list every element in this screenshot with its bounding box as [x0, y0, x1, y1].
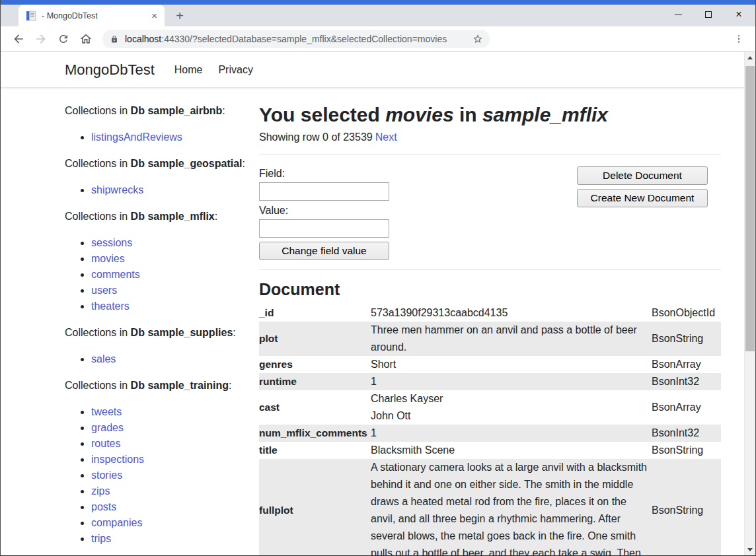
bookmark-star-icon[interactable] — [472, 34, 483, 44]
close-button[interactable]: × — [724, 5, 754, 24]
nav-home-link[interactable]: Home — [174, 64, 203, 76]
brand-link[interactable]: MongoDbTest — [65, 61, 155, 79]
field-type-cell: BsonString — [652, 322, 721, 356]
page-scrollbar[interactable] — [744, 52, 755, 555]
home-button[interactable] — [76, 29, 96, 49]
collection-item: zips — [91, 483, 259, 499]
collection-item: shipwrecks — [91, 182, 259, 198]
collection-group-heading: Collections in Db sample_airbnb: — [65, 103, 259, 119]
document-row: _id 573a1390f29313caabcd4135 BsonObjectI… — [259, 304, 721, 322]
field-input[interactable] — [259, 182, 389, 201]
maximize-icon — [705, 11, 712, 18]
collection-link[interactable]: companies — [91, 517, 142, 528]
field-type-cell: BsonObjectId — [652, 304, 721, 322]
collection-item: inspections — [91, 452, 259, 468]
value-label: Value: — [259, 204, 418, 217]
collection-item: trips — [91, 531, 259, 547]
collection-item: sessions — [91, 235, 259, 251]
browser-toolbar: localhost:44330/?selectedDatabase=sample… — [1, 26, 755, 52]
field-value-cell: A stationary camera looks at a large anv… — [371, 459, 652, 555]
collection-link[interactable]: shipwrecks — [91, 184, 143, 195]
change-field-value-button[interactable]: Change field value — [259, 242, 389, 260]
field-type-cell: BsonInt32 — [652, 425, 721, 442]
collection-link[interactable]: theaters — [91, 300, 130, 312]
back-button[interactable] — [9, 29, 28, 49]
collection-link[interactable]: comments — [91, 269, 140, 280]
collection-link[interactable]: trips — [91, 533, 111, 544]
field-value-cell: 1 — [371, 373, 652, 390]
content-area: Collections in Db sample_airbnb: listing… — [1, 88, 744, 555]
browser-tab[interactable]: - MongoDbTest × — [19, 5, 165, 26]
field-name-cell: title — [259, 442, 371, 459]
collection-list: sessionsmoviescommentsuserstheaters — [65, 235, 259, 314]
field-name-cell: plot — [259, 322, 371, 356]
collection-link[interactable]: zips — [91, 485, 110, 497]
collection-link[interactable]: inspections — [91, 454, 144, 465]
browser-window: - MongoDbTest × + × localhost:44330/?sel… — [0, 0, 756, 556]
favicon-icon — [26, 11, 36, 21]
scroll-down-arrow-icon[interactable] — [747, 548, 753, 551]
field-type-cell: BsonInt32 — [652, 373, 721, 390]
collection-link[interactable]: tweets — [91, 406, 122, 417]
browser-menu-icon[interactable] — [729, 29, 749, 49]
document-row: runtime 1 BsonInt32 — [259, 373, 721, 390]
collection-group-heading: Collections in Db sample_geospatial: — [65, 156, 259, 172]
nav-privacy-link[interactable]: Privacy — [218, 64, 252, 76]
tab-close-icon[interactable]: × — [149, 11, 159, 20]
field-name-cell: genres — [259, 356, 371, 373]
collection-item: grades — [91, 420, 259, 436]
collection-link[interactable]: posts — [91, 501, 116, 512]
main-panel: You selected movies in sample_mflix Show… — [259, 103, 721, 555]
collection-link[interactable]: stories — [91, 469, 122, 481]
create-new-document-button[interactable]: Create New Document — [577, 189, 708, 207]
maximize-button[interactable] — [693, 5, 724, 24]
site-navbar: MongoDbTest Home Privacy — [1, 52, 744, 88]
collection-item: routes — [91, 436, 259, 452]
collection-item: users — [91, 283, 259, 298]
reload-button[interactable] — [54, 29, 73, 49]
value-input[interactable] — [259, 219, 389, 238]
document-table: _id 573a1390f29313caabcd4135 BsonObjectI… — [259, 304, 721, 555]
document-row: genres Short BsonArray — [259, 356, 721, 373]
collection-link[interactable]: sales — [91, 353, 116, 365]
collection-group: Collections in Db sample_geospatial: shi… — [65, 156, 259, 198]
collection-link[interactable]: sessions — [91, 237, 132, 248]
row-pager: Showing row 0 of 23539Next — [259, 131, 721, 144]
delete-document-button[interactable]: Delete Document — [577, 166, 708, 185]
collection-link[interactable]: users — [91, 285, 117, 296]
collection-link[interactable]: routes — [91, 438, 120, 449]
page-title: You selected movies in sample_mflix — [259, 103, 721, 127]
collection-list: sales — [65, 351, 259, 367]
collection-list: listingsAndReviews — [65, 129, 259, 145]
document-row: title Blacksmith Scene BsonString — [259, 442, 721, 459]
tab-title: - MongoDbTest — [42, 11, 149, 20]
new-tab-button[interactable]: + — [171, 7, 188, 24]
sidebar: Collections in Db sample_airbnb: listing… — [65, 103, 259, 555]
next-link[interactable]: Next — [375, 131, 397, 143]
field-name-cell: num_mflix_comments — [259, 425, 371, 442]
field-value-cell: Charles Kayser John Ott — [371, 390, 652, 425]
field-value-cell: Blacksmith Scene — [371, 442, 652, 459]
edit-form: Field: Value: Change field value Delete … — [259, 155, 721, 260]
collection-group: Collections in Db sample_airbnb: listing… — [65, 103, 259, 145]
field-value-cell: 573a1390f29313caabcd4135 — [371, 304, 652, 322]
collection-item: companies — [91, 515, 259, 531]
collection-item: comments — [91, 267, 259, 283]
collection-link[interactable]: grades — [91, 422, 124, 433]
collection-item: theaters — [91, 298, 259, 314]
address-bar[interactable]: localhost:44330/?selectedDatabase=sample… — [102, 30, 490, 48]
document-row: fullplot A stationary camera looks at a … — [259, 459, 721, 555]
minimize-button[interactable] — [663, 5, 693, 24]
page-viewport: MongoDbTest Home Privacy Collections in … — [1, 52, 755, 555]
field-label: Field: — [259, 167, 418, 180]
forward-button[interactable] — [31, 29, 51, 49]
field-name-cell: cast — [259, 390, 371, 425]
document-row: num_mflix_comments 1 BsonInt32 — [259, 425, 721, 442]
collection-link[interactable]: movies — [91, 253, 125, 264]
field-type-cell: BsonString — [652, 459, 721, 555]
collection-link[interactable]: listingsAndReviews — [91, 131, 182, 143]
scroll-up-arrow-icon[interactable] — [745, 52, 755, 63]
scrollbar-thumb[interactable] — [745, 66, 755, 351]
field-type-cell: BsonArray — [652, 390, 721, 425]
field-value-cell: Short — [371, 356, 652, 373]
